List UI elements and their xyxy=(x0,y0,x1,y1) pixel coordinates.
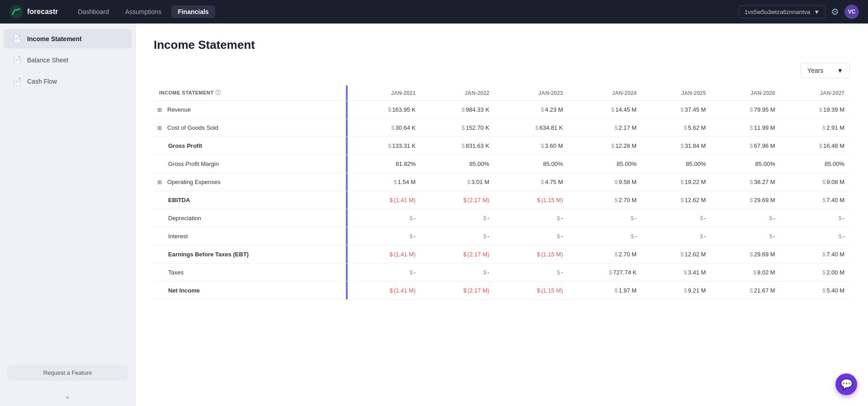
workspace-selector[interactable]: 1vs5w5u3wtza6znnantva ▼ xyxy=(739,5,826,19)
col-jan2027: JAN-2027 xyxy=(781,85,850,101)
row-label-5: EBITDA xyxy=(154,191,346,209)
cell-10-0: $(1.41 M) xyxy=(348,282,421,300)
years-dropdown[interactable]: Years ▼ xyxy=(801,63,850,78)
chat-bubble-button[interactable]: 💬 xyxy=(835,373,857,395)
nav-dashboard[interactable]: Dashboard xyxy=(71,5,115,18)
table-row: EBITDA$(1.41 M)$(2.17 M)$(1.15 M)$2.70 M… xyxy=(154,191,850,209)
cell-3-6: 85.00% xyxy=(781,155,850,173)
cell-3-3: 85.00% xyxy=(568,155,642,173)
logo-text: forecastr xyxy=(27,8,58,16)
row-label-text-0: Revenue xyxy=(167,106,191,113)
table-header-label: INCOME STATEMENT ⓘ xyxy=(154,85,346,101)
cell-1-6: $2.91 M xyxy=(781,119,850,137)
table-row: Taxes$-$-$-$727.74 K$3.41 M$8.02 M$2.00 … xyxy=(154,264,850,282)
page-title: Income Statement xyxy=(154,38,850,52)
cell-2-5: $67.96 M xyxy=(711,137,780,155)
row-label-text-5: EBITDA xyxy=(168,197,190,203)
nav-assumptions[interactable]: Assumptions xyxy=(119,5,168,18)
cell-4-2: $4.75 M xyxy=(495,173,568,191)
app-body: 📄 Income Statement 📄 Balance Sheet 📄 Cas… xyxy=(0,0,868,406)
nav-right: 1vs5w5u3wtza6znnantva ▼ ⚙ VC xyxy=(739,5,859,19)
cell-10-3: $1.97 M xyxy=(568,282,642,300)
expand-icon-0[interactable]: ⊞ xyxy=(157,107,162,113)
chevron-down-icon: ▼ xyxy=(814,9,820,15)
cell-4-0: $1.54 M xyxy=(348,173,421,191)
cell-9-4: $3.41 M xyxy=(642,264,711,282)
document-icon-2: 📄 xyxy=(13,56,22,64)
settings-button[interactable]: ⚙ xyxy=(831,6,839,17)
row-label-8: Earnings Before Taxes (EBT) xyxy=(154,245,346,264)
cell-8-0: $(1.41 M) xyxy=(348,245,421,264)
row-label-3: Gross Profit Margin xyxy=(154,155,346,173)
sidebar-item-income-statement[interactable]: 📄 Income Statement xyxy=(4,29,132,48)
cell-6-3: $- xyxy=(568,209,642,227)
cell-4-1: $3.01 M xyxy=(421,173,495,191)
table-row: ⊞Operating Expenses$1.54 M$3.01 M$4.75 M… xyxy=(154,173,850,191)
svg-point-0 xyxy=(9,5,23,19)
row-label-6: Depreciation xyxy=(154,209,346,227)
sidebar-item-balance-sheet[interactable]: 📄 Balance Sheet xyxy=(4,50,132,70)
row-label-0: ⊞Revenue xyxy=(154,101,346,119)
table-row: Depreciation$-$-$-$-$-$-$- xyxy=(154,209,850,227)
row-label-text-9: Taxes xyxy=(168,269,184,276)
table-row: Gross Profit Margin81.82%85.00%85.00%85.… xyxy=(154,155,850,173)
expand-icon-1[interactable]: ⊞ xyxy=(157,125,162,131)
cell-1-1: $152.70 K xyxy=(421,119,495,137)
cell-8-4: $12.62 M xyxy=(642,245,711,264)
row-label-text-7: Interest xyxy=(168,233,188,240)
cell-8-5: $29.69 M xyxy=(711,245,780,264)
cell-6-0: $- xyxy=(348,209,421,227)
cell-3-1: 85.00% xyxy=(421,155,495,173)
cell-2-3: $12.28 M xyxy=(568,137,642,155)
cell-1-2: $634.81 K xyxy=(495,119,568,137)
cell-6-4: $- xyxy=(642,209,711,227)
nav-financials[interactable]: Financials xyxy=(171,5,215,18)
request-feature-button[interactable]: Request a Feature xyxy=(7,365,128,381)
cell-4-5: $38.27 M xyxy=(711,173,780,191)
row-label-7: Interest xyxy=(154,227,346,245)
expand-icon-4[interactable]: ⊞ xyxy=(157,179,162,185)
table-row: Earnings Before Taxes (EBT)$(1.41 M)$(2.… xyxy=(154,245,850,264)
row-label-9: Taxes xyxy=(154,264,346,282)
cell-2-1: $831.63 K xyxy=(421,137,495,155)
row-label-1: ⊞Cost of Goods Sold xyxy=(154,119,346,137)
cell-0-0: $163.95 K xyxy=(348,101,421,119)
cell-9-3: $727.74 K xyxy=(568,264,642,282)
cell-0-2: $4.23 M xyxy=(495,101,568,119)
cell-4-6: $9.08 M xyxy=(781,173,850,191)
collapse-sidebar-button[interactable]: « xyxy=(0,388,135,406)
cell-7-4: $- xyxy=(642,227,711,245)
cell-5-4: $12.62 M xyxy=(642,191,711,209)
chevron-down-icon-years: ▼ xyxy=(837,67,843,74)
cell-2-4: $31.84 M xyxy=(642,137,711,155)
table-row: Net Income$(1.41 M)$(2.17 M)$(1.15 M)$1.… xyxy=(154,282,850,300)
cell-8-6: $7.40 M xyxy=(781,245,850,264)
cell-8-3: $2.70 M xyxy=(568,245,642,264)
income-statement-header-text: INCOME STATEMENT xyxy=(159,90,214,95)
cell-5-5: $29.69 M xyxy=(711,191,780,209)
col-jan2024: JAN-2024 xyxy=(568,85,642,101)
sidebar-item-cash-flow[interactable]: 📄 Cash Flow xyxy=(4,71,132,91)
table-header-row: INCOME STATEMENT ⓘ JAN-2021 JAN-2022 JAN… xyxy=(154,85,850,101)
cell-1-4: $5.62 M xyxy=(642,119,711,137)
row-label-text-2: Gross Profit xyxy=(168,142,202,149)
main-content: Income Statement Years ▼ INCOME STATEMEN… xyxy=(136,24,868,406)
cell-10-4: $9.21 M xyxy=(642,282,711,300)
sidebar-item-label-cashflow: Cash Flow xyxy=(27,78,57,85)
cell-10-2: $(1.15 M) xyxy=(495,282,568,300)
avatar: VC xyxy=(844,5,859,19)
cell-2-6: $16.48 M xyxy=(781,137,850,155)
info-icon[interactable]: ⓘ xyxy=(215,90,221,96)
table-row: Gross Profit$133.31 K$831.63 K$3.60 M$12… xyxy=(154,137,850,155)
years-label: Years xyxy=(807,67,823,74)
cell-9-0: $- xyxy=(348,264,421,282)
cell-0-1: $984.33 K xyxy=(421,101,495,119)
cell-1-3: $2.17 M xyxy=(568,119,642,137)
cell-9-5: $8.02 M xyxy=(711,264,780,282)
cell-7-5: $- xyxy=(711,227,780,245)
cell-10-1: $(2.17 M) xyxy=(421,282,495,300)
logo-icon xyxy=(9,5,24,19)
col-jan2022: JAN-2022 xyxy=(421,85,495,101)
row-label-text-4: Operating Expenses xyxy=(167,179,221,185)
col-jan2023: JAN-2023 xyxy=(495,85,568,101)
